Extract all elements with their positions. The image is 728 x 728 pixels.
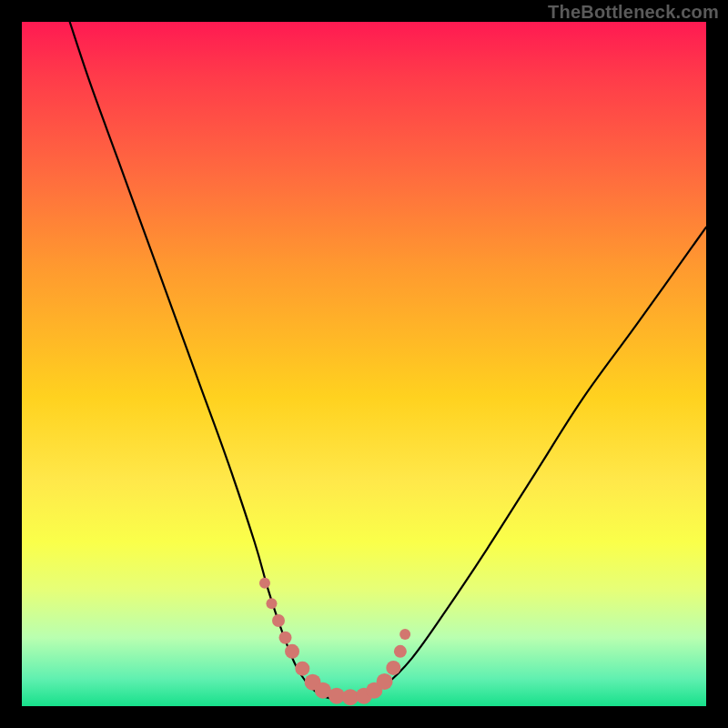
bottleneck-curve [70, 22, 706, 700]
chart-frame: TheBottleneck.com [0, 0, 728, 728]
marker-dot [259, 578, 270, 589]
marker-dot [266, 598, 277, 609]
marker-dot [279, 632, 292, 644]
bottom-markers [259, 578, 410, 706]
plot-area [22, 22, 706, 706]
marker-dot [399, 629, 410, 640]
curve-layer [22, 22, 706, 706]
marker-dot [377, 673, 393, 690]
marker-dot [295, 662, 309, 676]
marker-dot [394, 645, 407, 658]
attribution-text: TheBottleneck.com [548, 2, 719, 23]
marker-dot [285, 644, 299, 659]
marker-dot [386, 661, 400, 675]
marker-dot [272, 614, 285, 627]
